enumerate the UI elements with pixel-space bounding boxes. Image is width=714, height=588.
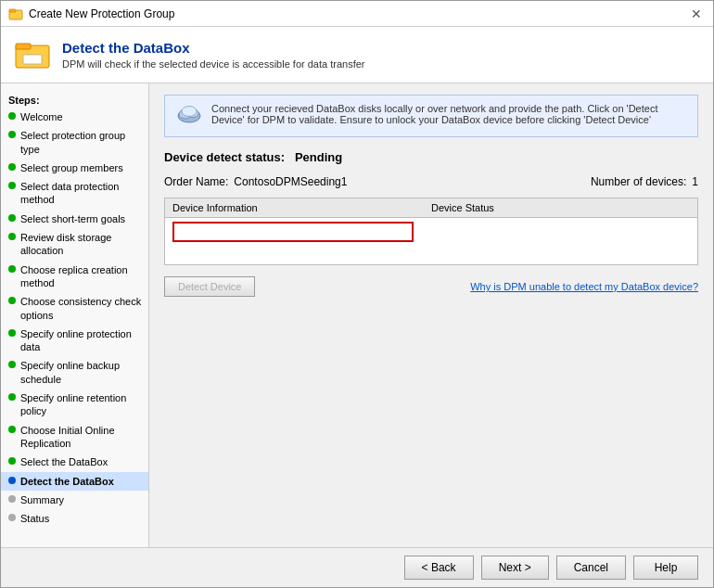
- dot-status: [8, 514, 16, 521]
- table-col-device-info: Device Information: [172, 202, 431, 213]
- svg-rect-3: [16, 44, 31, 49]
- order-row: Order Name: ContosoDPMSeeding1 Number of…: [164, 175, 698, 188]
- table-col-device-status: Device Status: [431, 202, 690, 213]
- dot-data-protection: [8, 182, 16, 189]
- help-link[interactable]: Why is DPM unable to detect my DataBox d…: [470, 281, 698, 292]
- detect-device-button[interactable]: Detect Device: [164, 276, 255, 297]
- status-label: Device detect status:: [164, 150, 285, 164]
- dot-online-backup: [8, 361, 16, 368]
- sidebar-item-summary[interactable]: Summary: [1, 491, 148, 509]
- cloud-icon: [176, 103, 202, 129]
- sidebar-label-data-protection: Select data protection method: [20, 180, 143, 207]
- window-icon: [8, 6, 23, 21]
- num-devices-value: 1: [692, 175, 698, 188]
- device-table: Device Information Device Status: [164, 198, 698, 265]
- dot-short-term: [8, 214, 16, 222]
- sidebar-label-select-databox: Select the DataBox: [20, 455, 108, 468]
- dot-summary: [8, 495, 16, 503]
- sidebar-label-online-backup: Specify online backup schedule: [20, 359, 143, 386]
- dot-select-databox: [8, 457, 16, 465]
- sidebar-item-select-protection-group-type[interactable]: Select protection group type: [1, 126, 148, 159]
- svg-rect-4: [23, 55, 42, 64]
- order-name-label: Order Name:: [164, 175, 228, 188]
- svg-point-8: [182, 107, 197, 117]
- sidebar-item-select-group-members[interactable]: Select group members: [1, 159, 148, 177]
- steps-label: Steps:: [1, 91, 148, 108]
- header-text: Detect the DataBox DPM will check if the…: [62, 40, 364, 70]
- dot-welcome: [8, 112, 16, 120]
- info-bar-text: Connect your recieved DataBox disks loca…: [211, 103, 686, 125]
- sidebar-label-status: Status: [20, 512, 49, 525]
- sidebar-label-welcome: Welcome: [20, 110, 63, 123]
- sidebar-item-choose-consistency-check[interactable]: Choose consistency check options: [1, 292, 148, 325]
- dot-consistency-check: [8, 297, 16, 304]
- sidebar-label-consistency-check: Choose consistency check options: [20, 295, 143, 322]
- next-button[interactable]: Next >: [481, 556, 549, 580]
- dot-online-retention: [8, 393, 16, 401]
- sidebar-label-replica-creation: Choose replica creation method: [20, 263, 143, 290]
- device-input-field[interactable]: [174, 224, 412, 240]
- device-detect-status-line: Device detect status: Pending: [164, 150, 698, 164]
- dot-protection-group-type: [8, 131, 16, 138]
- sidebar-label-online-protection: Specify online protection data: [20, 327, 143, 354]
- num-devices-label: Number of devices:: [591, 175, 686, 188]
- window-title: Create New Protection Group: [29, 7, 174, 20]
- sidebar-item-select-short-term-goals[interactable]: Select short-term goals: [1, 210, 148, 228]
- header-section: Detect the DataBox DPM will check if the…: [1, 27, 713, 83]
- sidebar-label-detect-databox: Detect the DataBox: [20, 475, 114, 488]
- dot-online-protection: [8, 329, 16, 337]
- action-row: Detect Device Why is DPM unable to detec…: [164, 276, 698, 297]
- footer: < Back Next > Cancel Help: [1, 547, 713, 587]
- page-subtitle: DPM will check if the selected device is…: [62, 58, 364, 70]
- sidebar-item-specify-online-retention[interactable]: Specify online retention policy: [1, 389, 148, 421]
- info-bar: Connect your recieved DataBox disks loca…: [164, 95, 698, 137]
- device-input-box[interactable]: [172, 222, 414, 242]
- sidebar-item-detect-databox[interactable]: Detect the DataBox: [1, 472, 148, 491]
- sidebar-item-select-databox[interactable]: Select the DataBox: [1, 453, 148, 471]
- dot-detect-databox: [8, 477, 16, 484]
- close-button[interactable]: ✕: [687, 6, 706, 21]
- sidebar-label-initial-online: Choose Initial Online Replication: [20, 424, 143, 451]
- sidebar-label-summary: Summary: [20, 493, 64, 506]
- sidebar-item-select-data-protection-method[interactable]: Select data protection method: [1, 177, 148, 210]
- cancel-button[interactable]: Cancel: [556, 556, 626, 580]
- sidebar-label-disk-storage: Review disk storage allocation: [20, 231, 143, 258]
- sidebar-item-review-disk-storage[interactable]: Review disk storage allocation: [1, 228, 148, 261]
- order-left: Order Name: ContosoDPMSeeding1: [164, 175, 347, 188]
- table-header: Device Information Device Status: [165, 198, 697, 218]
- titlebar: Create New Protection Group ✕: [1, 1, 713, 27]
- order-name-value: ContosoDPMSeeding1: [234, 175, 347, 188]
- titlebar-left: Create New Protection Group: [8, 6, 174, 21]
- sidebar-item-choose-replica-creation[interactable]: Choose replica creation method: [1, 261, 148, 293]
- sidebar-item-welcome[interactable]: Welcome: [1, 108, 148, 126]
- dot-initial-online: [8, 426, 16, 433]
- content-area: Connect your recieved DataBox disks loca…: [149, 83, 713, 547]
- sidebar-item-choose-initial-online[interactable]: Choose Initial Online Replication: [1, 421, 148, 454]
- order-right: Number of devices: 1: [591, 175, 698, 188]
- sidebar-label-group-members: Select group members: [20, 161, 123, 174]
- sidebar-item-status[interactable]: Status: [1, 509, 148, 528]
- back-button[interactable]: < Back: [404, 556, 474, 580]
- table-body: [165, 218, 697, 264]
- page-title: Detect the DataBox: [62, 40, 364, 56]
- dot-group-members: [8, 163, 16, 171]
- svg-rect-1: [9, 9, 16, 12]
- dot-replica-creation: [8, 265, 16, 273]
- sidebar-label-protection-group-type: Select protection group type: [20, 129, 143, 156]
- status-value: Pending: [295, 150, 342, 164]
- sidebar-item-specify-online-backup[interactable]: Specify online backup schedule: [1, 356, 148, 389]
- dot-disk-storage: [8, 233, 16, 240]
- sidebar-label-short-term: Select short-term goals: [20, 212, 125, 225]
- sidebar-item-specify-online-protection[interactable]: Specify online protection data: [1, 325, 148, 357]
- help-button[interactable]: Help: [633, 556, 698, 580]
- header-icon: [14, 36, 51, 73]
- sidebar-label-online-retention: Specify online retention policy: [20, 391, 143, 418]
- sidebar: Steps: Welcome Select protection group t…: [1, 83, 149, 547]
- main-window: Create New Protection Group ✕ Detect the…: [0, 0, 714, 588]
- main-content: Steps: Welcome Select protection group t…: [1, 83, 713, 547]
